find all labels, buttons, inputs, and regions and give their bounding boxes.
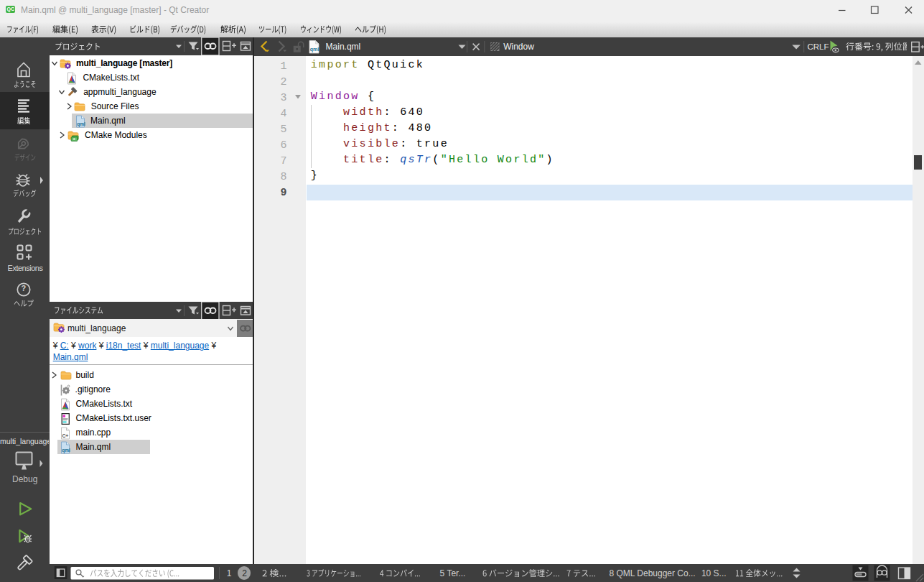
svg-text:qml: qml <box>310 47 319 52</box>
svg-text:C+: C+ <box>62 433 68 438</box>
svg-text:qml: qml <box>77 121 85 126</box>
svg-text:qml: qml <box>62 447 70 453</box>
